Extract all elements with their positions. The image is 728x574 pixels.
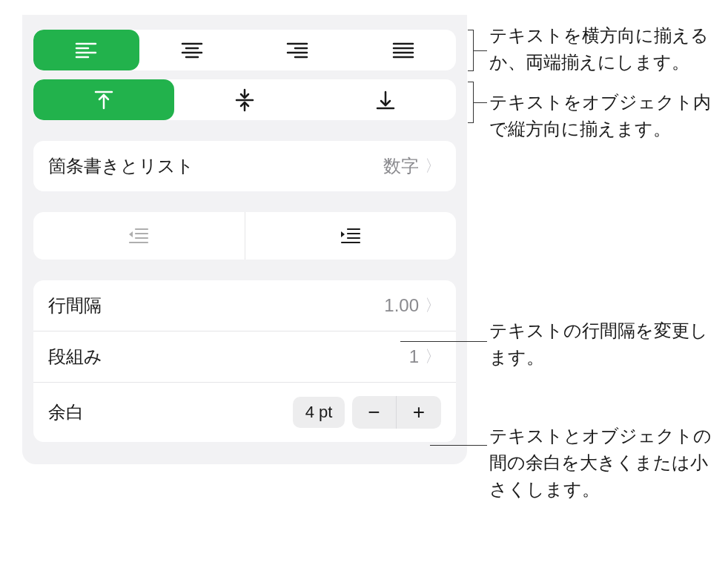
align-justify-icon [391, 38, 416, 63]
bullets-row[interactable]: 箇条書きとリスト 数字 〉 [33, 141, 456, 191]
callout-margin: テキストとオブジェクトの間の余白を大きくまたは小さくします。 [489, 423, 719, 503]
align-left-button[interactable] [33, 30, 139, 70]
line-spacing-row[interactable]: 行間隔 1.00 〉 [33, 280, 456, 331]
paragraph-section: 行間隔 1.00 〉 段組み 1 〉 余白 4 pt − + [33, 280, 456, 442]
bullets-value: 数字 [383, 154, 419, 178]
indent-group [33, 212, 456, 260]
callout-line-spacing: テキストの行間隔を変更します。 [489, 317, 719, 371]
line-spacing-value: 1.00 [384, 295, 419, 316]
margins-decrease-button[interactable]: − [352, 396, 397, 429]
callout-vertical-align: テキストをオブジェクト内で縦方向に揃えます。 [489, 89, 719, 142]
horizontal-alignment-group [33, 30, 456, 70]
align-justify-button[interactable] [351, 30, 457, 70]
chevron-right-icon: 〉 [425, 155, 441, 177]
callout-line [474, 102, 487, 103]
decrease-indent-button[interactable] [33, 212, 245, 260]
valign-top-icon [91, 88, 116, 113]
align-right-icon [285, 38, 310, 63]
callout-line [430, 445, 487, 446]
callout-line [474, 50, 487, 51]
callout-line [400, 341, 487, 342]
columns-label: 段組み [48, 345, 102, 369]
columns-row[interactable]: 段組み 1 〉 [33, 331, 456, 383]
margins-value[interactable]: 4 pt [293, 397, 345, 428]
valign-top-button[interactable] [33, 79, 174, 120]
margins-row: 余白 4 pt − + [33, 383, 456, 442]
margins-increase-button[interactable]: + [397, 396, 441, 429]
vertical-alignment-group [33, 79, 456, 120]
align-center-button[interactable] [139, 30, 245, 70]
margins-label: 余白 [48, 400, 84, 424]
columns-value: 1 [409, 346, 419, 367]
decrease-indent-icon [127, 225, 150, 246]
format-panel: 箇条書きとリスト 数字 〉 [22, 15, 467, 464]
callout-horizontal-align: テキストを横方向に揃えるか、両端揃えにします。 [489, 22, 719, 76]
bullets-section: 箇条書きとリスト 数字 〉 [33, 141, 456, 191]
align-left-icon [73, 38, 99, 63]
margins-stepper: − + [352, 396, 441, 429]
increase-indent-button[interactable] [245, 212, 457, 260]
align-center-icon [179, 38, 205, 63]
increase-indent-icon [339, 225, 363, 246]
valign-bottom-icon [373, 88, 398, 113]
chevron-right-icon: 〉 [425, 346, 441, 368]
valign-bottom-button[interactable] [315, 79, 456, 120]
valign-middle-icon [232, 88, 257, 113]
line-spacing-label: 行間隔 [48, 294, 102, 317]
valign-middle-button[interactable] [174, 79, 315, 120]
bullets-label: 箇条書きとリスト [48, 154, 194, 178]
chevron-right-icon: 〉 [425, 294, 441, 317]
align-right-button[interactable] [245, 30, 351, 70]
